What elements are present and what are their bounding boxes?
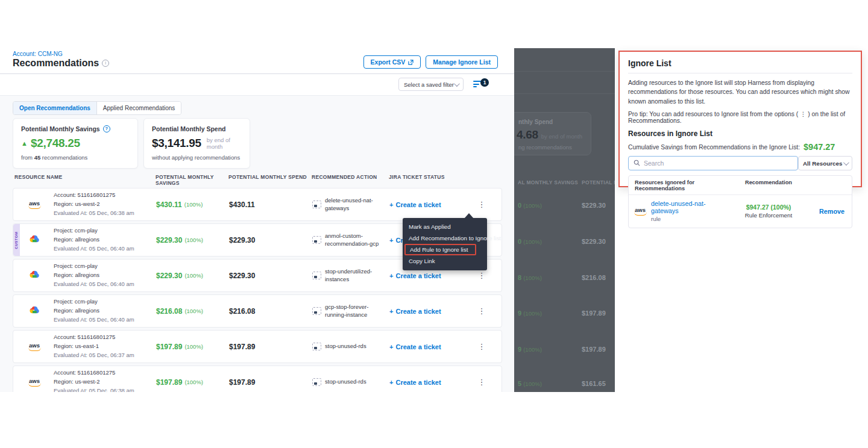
action-name: stop-unused-rds	[325, 343, 369, 350]
resource-region: Region: us-west-2	[54, 200, 134, 209]
all-resources-label: All Resources	[803, 160, 842, 167]
export-csv-label: Export CSV	[371, 58, 406, 66]
col-resource-name: RESOURCE NAME	[14, 174, 156, 186]
aws-icon: aws	[635, 207, 646, 216]
chevron-down-icon	[843, 160, 849, 166]
rule-icon	[312, 236, 321, 244]
kebab-menu-icon[interactable]: ⋮	[478, 378, 486, 386]
savings-up-icon: ▲	[21, 140, 28, 147]
col-potential-spend: POTENTIAL MONTHLY SPEND	[228, 174, 312, 186]
resource-project: Project: ccm-play	[54, 297, 134, 306]
potential-monthly-spend-card: Potential Monthly Spend $3,141.95 by end…	[143, 118, 250, 169]
savings-amount: $216.08	[156, 307, 182, 316]
kebab-menu-icon[interactable]: ⋮	[478, 272, 486, 279]
ignore-list-title: Ignore List	[628, 58, 852, 68]
create-ticket-link[interactable]: +Create a ticket	[389, 308, 441, 315]
breadcrumb[interactable]: Account: CCM-NG	[13, 51, 63, 57]
resource-region: Region: us-west-2	[54, 378, 134, 387]
filter-panel-toggle[interactable]: 1	[473, 79, 489, 90]
gcp-icon	[29, 305, 40, 317]
savings-percent: (100%)	[184, 201, 203, 208]
rule-icon	[312, 201, 321, 208]
row-context-menu: Mark as Applied Add Recommendation to Ig…	[403, 218, 487, 270]
savings-percent: (100%)	[184, 379, 203, 385]
tab-applied-recommendations[interactable]: Applied Recommendations	[97, 102, 181, 114]
tab-open-recommendations[interactable]: Open Recommendations	[13, 102, 97, 114]
panel-divider	[628, 73, 852, 73]
table-row[interactable]: Project: ccm-play Region: allregions Eva…	[13, 294, 502, 328]
resource-region: Region: allregions	[54, 306, 134, 316]
kebab-menu-icon[interactable]: ⋮	[478, 343, 486, 350]
cumulative-savings-value: $947.27	[804, 142, 835, 152]
table-row[interactable]: aws Account: 511616801275 Region: us-wes…	[13, 366, 502, 392]
resource-project: Project: ccm-play	[54, 226, 134, 235]
col-potential-savings: POTENTIAL MONTHLY SAVINGS	[156, 174, 228, 186]
all-resources-select[interactable]: All Resources	[798, 156, 852, 170]
resource-evaluated-at: Evaluated At: 05 Dec, 06:38 am	[54, 387, 134, 392]
create-ticket-link[interactable]: +Create a ticket	[389, 343, 441, 350]
table-row[interactable]: aws Account: 511616801275 Region: us-eas…	[13, 330, 502, 363]
action-name: gcp-stop-forever-running-instance	[325, 303, 389, 319]
saved-filter-select[interactable]: Select a saved filter	[398, 78, 464, 91]
table-row[interactable]: aws Account: 511616801275 Region: us-wes…	[13, 188, 502, 221]
resource-evaluated-at: Evaluated At: 05 Dec, 06:37 am	[54, 351, 134, 360]
resource-region: Region: allregions	[54, 235, 134, 244]
recommendations-tabs: Open Recommendations Applied Recommendat…	[13, 101, 181, 115]
resource-account: Account: 511616801275	[54, 369, 134, 378]
spend-amount: $216.08	[229, 307, 255, 316]
rule-icon	[312, 307, 321, 315]
menu-item-add-recommendation-to-ignore-list[interactable]: Add Recommendation to Ignore list	[403, 232, 487, 244]
savings-percent: (100%)	[184, 343, 203, 350]
resource-account: Account: 511616801275	[54, 191, 134, 200]
manage-ignore-list-label: Manage Ignore List	[433, 58, 491, 66]
rule-icon	[312, 343, 321, 350]
ignore-list-panel: Ignore List Adding resources to the Igno…	[618, 51, 862, 187]
menu-item-add-rule-to-ignore-list[interactable]: Add Rule to Ignore list	[404, 244, 476, 255]
col-recommendation: Recommendation	[730, 179, 807, 191]
table-header: RESOURCE NAME POTENTIAL MONTHLY SAVINGS …	[14, 174, 500, 186]
savings-subtext: from 45 recommendations	[21, 154, 130, 161]
chevron-down-icon	[454, 81, 460, 87]
header-divider	[0, 73, 514, 74]
col-jira-ticket-status: JIRA TICKET STATUS	[389, 174, 467, 186]
savings-value: $2,748.25	[31, 137, 80, 150]
external-link-icon	[408, 60, 414, 65]
ignore-list-table: Resources Ignored for Recommendations Re…	[628, 175, 852, 228]
menu-item-copy-link[interactable]: Copy Link	[403, 255, 487, 267]
action-name: delete-unused-nat-gateways	[325, 197, 389, 212]
col-recommended-action: RECOMMENDED ACTION	[312, 174, 389, 186]
spend-amount: $430.11	[229, 201, 255, 209]
help-icon[interactable]: ?	[103, 125, 110, 132]
aws-icon: aws	[29, 343, 40, 351]
resource-region: Region: allregions	[54, 271, 134, 280]
info-icon[interactable]: i	[102, 60, 109, 67]
spend-suffix: by end of month	[207, 137, 242, 150]
manage-ignore-list-button[interactable]: Manage Ignore List	[426, 55, 498, 69]
ignored-savings-source: Rule Enforcement	[730, 212, 807, 219]
ignored-rule-link[interactable]: delete-unused-nat-gateways	[651, 200, 730, 214]
ignored-rule-type: rule	[651, 216, 730, 222]
spend-value: $3,141.95	[152, 137, 201, 150]
ignore-list-search[interactable]	[628, 156, 798, 170]
remove-button[interactable]: Remove	[807, 208, 846, 215]
create-ticket-link[interactable]: +Create a ticket	[389, 272, 441, 279]
resource-evaluated-at: Evaluated At: 05 Dec, 06:40 am	[54, 316, 134, 325]
action-name: anmol-custom-recommendation-gcp	[325, 232, 389, 247]
aws-icon: aws	[29, 378, 40, 387]
kebab-menu-icon[interactable]: ⋮	[478, 307, 486, 315]
dimmed-spend-card: nthly Spend 4.68 by end of month ng reco…	[514, 112, 591, 155]
create-ticket-link[interactable]: +Create a ticket	[389, 201, 441, 208]
kebab-menu-icon[interactable]: ⋮	[478, 201, 486, 208]
search-icon	[634, 158, 640, 169]
search-input[interactable]	[644, 160, 793, 167]
spend-card-label: Potential Monthly Spend	[152, 125, 226, 132]
savings-percent: (100%)	[184, 237, 203, 243]
savings-amount: $430.11	[156, 201, 182, 209]
menu-item-mark-as-applied[interactable]: Mark as Applied	[403, 221, 487, 232]
create-ticket-link[interactable]: +Create a ticket	[389, 379, 441, 386]
spend-amount: $229.30	[229, 236, 255, 244]
savings-percent: (100%)	[184, 272, 203, 279]
gcp-icon	[29, 234, 40, 246]
ignored-savings-value: $947.27 (100%)	[730, 204, 807, 211]
export-csv-button[interactable]: Export CSV	[363, 55, 421, 69]
